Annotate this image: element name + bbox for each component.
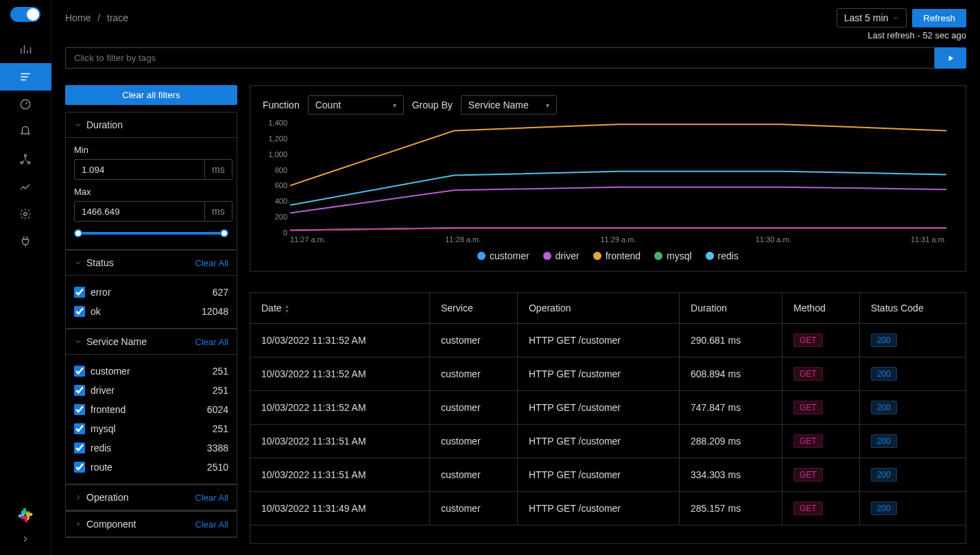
legend-dot — [477, 252, 486, 260]
chart-area[interactable]: 1,4001,2001,0008006004002000 — [290, 123, 946, 233]
status-badge: 200 — [871, 333, 897, 347]
nav-dashboard[interactable] — [0, 91, 51, 118]
table-row[interactable]: 10/03/2022 11:31:52 AMcustomerHTTP GET /… — [250, 324, 966, 357]
expand-sidebar-button[interactable] — [0, 530, 51, 548]
nav-metrics[interactable] — [0, 36, 51, 63]
breadcrumb-current: trace — [107, 12, 128, 23]
filter-check-count: 251 — [213, 423, 228, 434]
filter-checkbox[interactable] — [74, 423, 85, 434]
table-header[interactable]: Operation — [517, 293, 679, 324]
cell-date: 10/03/2022 11:31:52 AM — [250, 391, 430, 425]
function-select[interactable]: Count ▾ — [308, 95, 404, 115]
groupby-select[interactable]: Service Name ▾ — [461, 95, 557, 115]
x-tick: 11:27 a.m. — [290, 235, 326, 244]
method-badge: GET — [793, 468, 823, 482]
legend-item[interactable]: frontend — [593, 250, 641, 261]
clear-all-filters-button[interactable]: Clear all filters — [65, 85, 237, 105]
cell-duration: 288.209 ms — [680, 425, 782, 458]
filter-status-header[interactable]: Status Clear All — [66, 250, 237, 276]
cell-date: 10/03/2022 11:31:49 AM — [250, 492, 430, 526]
filter-checkbox[interactable] — [74, 462, 85, 473]
run-filter-button[interactable] — [935, 47, 966, 69]
filter-component: Component Clear All — [65, 511, 237, 538]
filter-component-header[interactable]: Component Clear All — [66, 512, 237, 537]
status-clear-link[interactable]: Clear All — [195, 258, 228, 268]
refresh-button[interactable]: Refresh — [912, 9, 966, 27]
cell-status: 200 — [859, 324, 966, 357]
topbar: Home / trace Last 5 min Refresh Last ref… — [51, 0, 980, 74]
cell-method: GET — [782, 357, 860, 391]
nav-settings[interactable] — [0, 200, 51, 228]
filter-check-label: ok — [91, 306, 101, 317]
legend-item[interactable]: mysql — [654, 250, 692, 261]
filter-check-count: 12048 — [202, 306, 228, 317]
cell-status: 200 — [859, 391, 966, 425]
function-label: Function — [263, 99, 300, 110]
status-badge: 200 — [871, 367, 897, 381]
filter-check-row: customer251 — [74, 362, 228, 381]
min-input[interactable] — [74, 159, 205, 180]
nav-usage[interactable] — [0, 173, 51, 200]
y-tick: 1,000 — [263, 150, 287, 158]
line-chart-icon — [19, 180, 32, 193]
legend-item[interactable]: customer — [477, 250, 529, 261]
table-row[interactable]: 10/03/2022 11:31:49 AMcustomerHTTP GET /… — [250, 492, 966, 526]
table-header[interactable]: Date▲▼ — [250, 293, 430, 324]
filter-check-count: 2510 — [207, 462, 228, 473]
filter-checkbox[interactable] — [74, 287, 85, 298]
breadcrumb-home[interactable]: Home — [65, 12, 91, 23]
cell-status: 200 — [859, 357, 966, 391]
filter-checkbox[interactable] — [74, 306, 85, 317]
groupby-value: Service Name — [468, 99, 529, 110]
y-tick: 1,400 — [263, 119, 287, 127]
filter-operation-header[interactable]: Operation Clear All — [66, 485, 237, 510]
table-row[interactable]: 10/03/2022 11:31:51 AMcustomerHTTP GET /… — [250, 425, 966, 458]
table-row[interactable]: 10/03/2022 11:31:52 AMcustomerHTTP GET /… — [250, 391, 966, 425]
nav-service-map[interactable] — [0, 145, 51, 173]
filter-check-row: route2510 — [74, 458, 228, 477]
max-input[interactable] — [74, 201, 205, 222]
filter-check-label: frontend — [91, 404, 126, 415]
time-range-select[interactable]: Last 5 min — [837, 8, 907, 27]
bar-chart-icon — [19, 43, 32, 56]
legend-item[interactable]: driver — [543, 250, 579, 261]
nav-alerts[interactable] — [0, 118, 51, 145]
table-header[interactable]: Method — [782, 293, 860, 324]
component-clear-link[interactable]: Clear All — [195, 519, 228, 530]
table-header[interactable]: Status Code — [859, 293, 966, 324]
chevron-right-icon — [74, 493, 82, 501]
nav-instrumentation[interactable] — [0, 228, 51, 255]
filter-duration-title: Duration — [86, 119, 123, 130]
filter-duration: Duration Min ms Max ms — [65, 112, 237, 250]
tag-filter-input[interactable] — [65, 47, 935, 69]
duration-slider[interactable] — [74, 228, 228, 238]
theme-toggle[interactable] — [10, 7, 40, 22]
filter-checkbox[interactable] — [74, 385, 85, 396]
legend-dot — [593, 252, 601, 260]
table-row[interactable]: 10/03/2022 11:31:52 AMcustomerHTTP GET /… — [250, 357, 966, 391]
table-row[interactable]: 10/03/2022 11:31:51 AMcustomerHTTP GET /… — [250, 458, 966, 492]
cell-method: GET — [782, 492, 860, 526]
chart-svg — [290, 123, 946, 233]
nav-traces[interactable] — [0, 63, 51, 91]
slider-handle-max[interactable] — [220, 229, 228, 237]
filter-checkbox[interactable] — [74, 366, 85, 377]
slack-icon[interactable] — [16, 506, 35, 525]
filter-checkbox[interactable] — [74, 404, 85, 415]
chevron-down-icon: ▾ — [546, 102, 549, 109]
table-header[interactable]: Duration — [680, 293, 782, 324]
max-unit: ms — [205, 201, 232, 222]
filter-check-row: ok12048 — [74, 302, 228, 321]
table-header[interactable]: Service — [430, 293, 518, 324]
chevron-down-icon — [74, 259, 82, 267]
legend-dot — [706, 252, 714, 260]
operation-clear-link[interactable]: Clear All — [195, 493, 228, 503]
breadcrumb: Home / trace — [65, 12, 128, 23]
slider-handle-min[interactable] — [74, 229, 82, 237]
filter-checkbox[interactable] — [74, 442, 85, 453]
cell-duration: 608.894 ms — [680, 357, 782, 391]
filter-service-header[interactable]: Service Name Clear All — [66, 329, 237, 355]
filter-duration-header[interactable]: Duration — [66, 113, 237, 138]
legend-item[interactable]: redis — [706, 250, 739, 261]
service-clear-link[interactable]: Clear All — [195, 337, 228, 347]
